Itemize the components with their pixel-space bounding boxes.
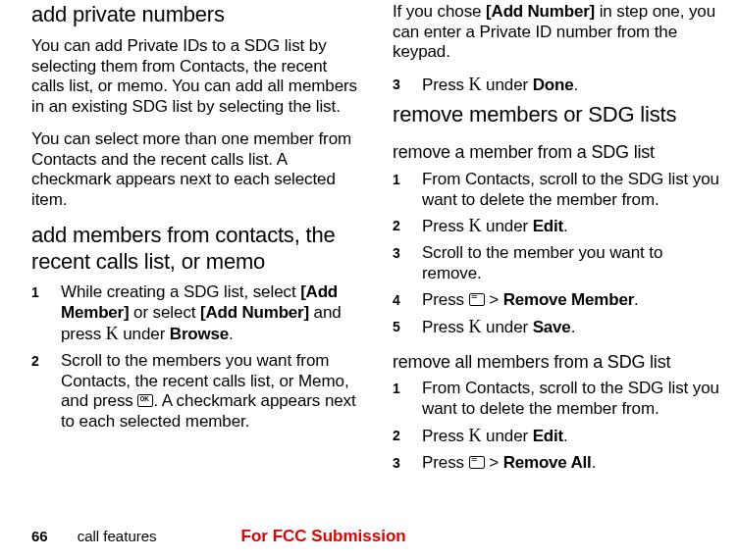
- rm-step-2: 2 Press K under Edit.: [393, 216, 720, 237]
- step-number: 2: [31, 351, 61, 370]
- ok-key-icon: [137, 394, 153, 407]
- page-number: 66: [31, 528, 48, 544]
- page-footer: 66 call features For FCC Submission: [31, 527, 720, 546]
- ra-step-3: 3 Press > Remove All.: [393, 453, 720, 474]
- rm-step-3: 3 Scroll to the member you want to remov…: [393, 243, 720, 283]
- steps-remove-member: 1 From Contacts, scroll to the SDG list …: [393, 170, 720, 338]
- rm-step-5: 5 Press K under Save.: [393, 317, 720, 338]
- step-number: 4: [393, 290, 422, 309]
- rm-step-4: 4 Press > Remove Member.: [393, 290, 720, 311]
- heading-remove: remove members or SDG lists: [393, 102, 720, 128]
- step-text: Press K under Done.: [422, 75, 720, 96]
- step-text: Press K under Save.: [422, 317, 720, 338]
- heading-add-members: add members from contacts, the recent ca…: [31, 223, 359, 276]
- ra-step-2: 2 Press K under Edit.: [393, 426, 720, 447]
- step-number: 3: [393, 75, 422, 93]
- step-number: 1: [393, 170, 422, 188]
- menu-key-icon: [469, 456, 485, 469]
- heading-remove-all: remove all members from a SDG list: [393, 352, 720, 374]
- step-text: Press K under Edit.: [422, 426, 720, 447]
- heading-remove-member: remove a member from a SDG list: [393, 142, 720, 164]
- para-private-2: You can select more than one member from…: [31, 129, 359, 211]
- step-3: 3 Press K under Done.: [393, 75, 720, 96]
- step-text: While creating a SDG list, select [Add M…: [61, 282, 359, 344]
- menu-key-icon: [469, 293, 485, 306]
- step-text: From Contacts, scroll to the SDG list yo…: [422, 170, 720, 210]
- step-text: Press K under Edit.: [422, 216, 720, 237]
- step-number: 1: [393, 379, 422, 397]
- steps-done: 3 Press K under Done.: [393, 75, 720, 96]
- step-text: Press > Remove Member.: [422, 290, 720, 311]
- steps-remove-all: 1 From Contacts, scroll to the SDG list …: [393, 379, 720, 473]
- step-number: 3: [393, 243, 422, 262]
- step-number: 2: [393, 426, 422, 444]
- step-number: 1: [31, 282, 61, 301]
- key-k-icon: K: [106, 324, 119, 345]
- key-k-icon: K: [469, 75, 482, 96]
- right-column: If you chose [Add Number] in step one, y…: [393, 2, 720, 512]
- step-text: Scroll to the member you want to remove.: [422, 243, 720, 283]
- ra-step-1: 1 From Contacts, scroll to the SDG list …: [393, 379, 720, 419]
- left-column: add private numbers You can add Private …: [31, 2, 359, 512]
- step-number: 3: [393, 453, 422, 472]
- step-number: 5: [393, 317, 422, 335]
- step-text: From Contacts, scroll to the SDG list yo…: [422, 379, 720, 419]
- fcc-notice: For FCC Submission: [241, 527, 406, 546]
- key-k-icon: K: [469, 216, 482, 237]
- step-2: 2 Scroll to the members you want from Co…: [31, 351, 359, 433]
- key-k-icon: K: [469, 317, 482, 338]
- step-number: 2: [393, 216, 422, 234]
- section-label: call features: [78, 528, 157, 544]
- rm-step-1: 1 From Contacts, scroll to the SDG list …: [393, 170, 720, 210]
- para-intro: If you chose [Add Number] in step one, y…: [393, 2, 720, 63]
- key-k-icon: K: [469, 426, 482, 447]
- page-body: add private numbers You can add Private …: [0, 0, 738, 512]
- step-text: Scroll to the members you want from Cont…: [61, 351, 359, 433]
- heading-add-private: add private numbers: [31, 2, 359, 28]
- steps-add-members: 1 While creating a SDG list, select [Add…: [31, 282, 359, 432]
- step-1: 1 While creating a SDG list, select [Add…: [31, 282, 359, 344]
- step-text: Press > Remove All.: [422, 453, 720, 474]
- para-private-1: You can add Private IDs to a SDG list by…: [31, 36, 359, 118]
